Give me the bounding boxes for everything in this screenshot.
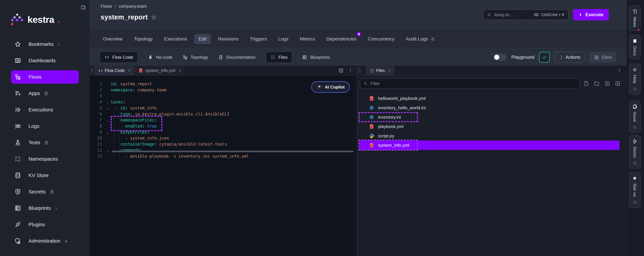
file-item-inventory-ini[interactable]: inventory.ini: [357, 113, 626, 122]
editor-tab-system-info-yml[interactable]: system_info.yml×: [135, 66, 185, 75]
view-button-documentation[interactable]: Documentation: [218, 55, 256, 60]
fold-chevron-icon[interactable]: ⌄: [105, 99, 111, 105]
tab-logs[interactable]: Logs: [278, 34, 288, 44]
files-tab[interactable]: Files ×: [366, 66, 395, 75]
pane-splitter[interactable]: [357, 66, 357, 256]
header-actions: Jump to... Ctrl/Cmd + K Execute: [483, 9, 609, 20]
editor-strip-icons: [338, 66, 353, 76]
tab-overview[interactable]: Overview: [103, 34, 122, 44]
sidebar-item-dashboards[interactable]: Dashboards: [11, 54, 79, 67]
files-toolbar-icons: [584, 81, 620, 86]
breadcrumb-section[interactable]: Flows: [100, 4, 112, 9]
code-line-4: 4⌄tasks:: [90, 99, 357, 105]
rail-demo-button[interactable]: Demo: [629, 135, 641, 169]
sidebar-item-flows[interactable]: Flows: [11, 70, 79, 84]
kestra-logo-mark: [10, 13, 24, 26]
kestra-logo[interactable]: kestra.: [10, 13, 60, 26]
sidebar-item-namespaces[interactable]: Namespaces: [11, 152, 79, 166]
execute-button[interactable]: Execute: [573, 9, 609, 20]
editor-tab-flow-code[interactable]: Flow Code×: [94, 66, 135, 75]
line-number: 11: [90, 141, 105, 147]
code-line-11: 11 containerImage: cytopia/ansible:lates…: [90, 141, 357, 147]
tab-metrics[interactable]: Metrics: [300, 34, 315, 44]
file-plus-icon[interactable]: [584, 81, 589, 86]
tab-topology[interactable]: Topology: [134, 34, 153, 44]
close-icon[interactable]: ×: [388, 68, 391, 73]
validate-check-button[interactable]: [539, 52, 550, 63]
tab-executions[interactable]: Executions: [164, 34, 187, 44]
database-icon: [14, 172, 21, 179]
sidebar-item-logs[interactable]: Logs: [11, 120, 79, 133]
file-item-inventory-hello-world-ini[interactable]: inventory_hello_world.ini: [357, 103, 626, 113]
file-item-script-py[interactable]: script.py: [357, 131, 626, 140]
view-button-files[interactable]: Files: [266, 52, 292, 63]
editor-kebab-menu-icon[interactable]: [348, 68, 353, 73]
jump-to-placeholder: Jump to...: [494, 12, 531, 17]
playground-toggle[interactable]: [493, 54, 507, 61]
sidebar-item-administration[interactable]: Administration›: [11, 234, 79, 248]
fold-chevron-icon[interactable]: ⌄: [105, 117, 111, 123]
fold-chevron-icon[interactable]: ⌄: [105, 105, 111, 111]
fold-spacer: [105, 81, 111, 87]
favorite-star-icon[interactable]: [151, 14, 156, 20]
fold-chevron-icon[interactable]: ⌄: [105, 129, 111, 135]
drag-handle-icon[interactable]: [90, 66, 94, 75]
code-editor[interactable]: 1id: system_report2namespace: company.te…: [90, 76, 357, 256]
sidebar: kestra. Bookmarks›DashboardsFlowsAppsExe…: [0, 0, 90, 256]
files-kebab-menu-icon[interactable]: [617, 66, 622, 76]
tab-triggers[interactable]: Triggers: [250, 34, 267, 44]
file-item-playbook-yml[interactable]: playbook.yml: [357, 122, 626, 131]
external-link-icon: [633, 87, 637, 91]
fold-spacer: [105, 123, 111, 129]
sidebar-item-bookmarks[interactable]: Bookmarks›: [11, 37, 79, 51]
view-button-topology[interactable]: Topology: [183, 55, 208, 60]
tab-dependencies[interactable]: Dependencies0: [326, 34, 356, 44]
sidebar-expand-chevron[interactable]: ›: [66, 238, 68, 244]
sidebar-item-apps[interactable]: Apps: [11, 87, 79, 100]
actions-button[interactable]: Actions: [554, 52, 585, 63]
horizontal-scrollbar[interactable]: [112, 151, 354, 152]
code-line-5: 5⌄ - id: system_info: [90, 105, 357, 111]
breadcrumb-namespace[interactable]: company.team: [118, 4, 147, 9]
drag-handle-icon[interactable]: [357, 66, 362, 75]
sidebar-collapse-icon[interactable]: [80, 5, 86, 10]
view-button-flow-code[interactable]: Flow Code: [100, 52, 138, 63]
tab-edit[interactable]: Edit: [194, 34, 211, 44]
plus-box-icon[interactable]: [604, 81, 610, 86]
code-line-10: 10 - system_info.json: [90, 135, 357, 141]
rail-news-button[interactable]: News: [629, 5, 641, 31]
tab-audit-logs[interactable]: Audit Logs: [406, 34, 435, 44]
rail-docs-button[interactable]: Docs: [629, 35, 641, 59]
file-list: helloworld_playbook.ymlinventory_hello_w…: [357, 94, 626, 150]
file-item-helloworld-playbook-yml[interactable]: helloworld_playbook.yml: [357, 94, 626, 103]
split-view-icon[interactable]: [338, 68, 344, 73]
filter-input[interactable]: [360, 78, 580, 89]
close-icon[interactable]: ×: [128, 68, 131, 73]
blueprint-icon: [302, 55, 307, 60]
sidebar-item-blueprints[interactable]: Blueprints›: [11, 201, 79, 215]
view-button-blueprints[interactable]: Blueprints: [302, 55, 330, 60]
sidebar-item-tests[interactable]: Tests: [11, 136, 79, 149]
save-button[interactable]: Save: [589, 52, 616, 63]
folder-plus-icon[interactable]: [594, 81, 600, 86]
sidebar-item-plugins[interactable]: Plugins: [11, 218, 79, 231]
download-box-icon[interactable]: [615, 81, 620, 86]
fold-spacer: [105, 135, 111, 141]
rail-issue-button[interactable]: Issue: [629, 100, 641, 133]
sidebar-item-executions[interactable]: Executions: [11, 103, 79, 117]
sidebar-item-kv-store[interactable]: KV Store: [11, 169, 79, 182]
sidebar-item-secrets[interactable]: Secrets: [11, 185, 79, 198]
ai-copilot-button[interactable]: AI Copilot: [311, 81, 350, 93]
fold-spacer: [105, 93, 111, 99]
jump-to-search[interactable]: Jump to... Ctrl/Cmd + K: [483, 9, 568, 20]
editor-toolbar: Flow CodeNo-codeTopologyDocumentationFil…: [90, 49, 626, 66]
tab-concurrency[interactable]: Concurrency: [368, 34, 394, 44]
rail-star-us-button[interactable]: Star us: [629, 172, 641, 208]
view-button-no-code[interactable]: No-code: [148, 55, 172, 60]
fold-chevron-icon[interactable]: ⌄: [105, 147, 111, 153]
tab-revisions[interactable]: Revisions: [218, 34, 238, 44]
close-icon[interactable]: ×: [179, 68, 181, 73]
file-item-system-info-yml[interactable]: system_info.yml: [360, 140, 620, 150]
rail-help-button[interactable]: Help: [629, 64, 641, 95]
external-link-icon: [633, 200, 637, 204]
